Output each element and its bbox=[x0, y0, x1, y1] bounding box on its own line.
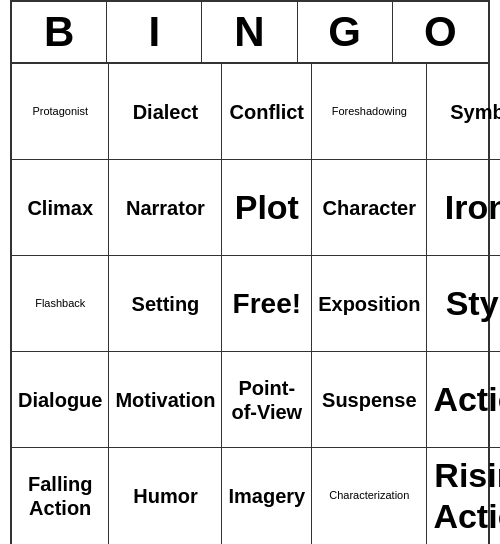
bingo-letter: B bbox=[12, 2, 107, 62]
bingo-cell: Dialogue bbox=[12, 352, 109, 448]
cell-text: Dialogue bbox=[18, 388, 102, 412]
bingo-letter: N bbox=[202, 2, 297, 62]
cell-text: Characterization bbox=[329, 489, 409, 502]
cell-text: Humor bbox=[133, 484, 197, 508]
bingo-cell: Symbol bbox=[427, 64, 500, 160]
cell-text: Irony bbox=[445, 187, 500, 228]
bingo-cell: Free! bbox=[222, 256, 312, 352]
bingo-cell: Suspense bbox=[312, 352, 427, 448]
bingo-cell: Foreshadowing bbox=[312, 64, 427, 160]
bingo-cell: Point-of-View bbox=[222, 352, 312, 448]
bingo-cell: Character bbox=[312, 160, 427, 256]
bingo-cell: Action bbox=[427, 352, 500, 448]
bingo-cell: Protagonist bbox=[12, 64, 109, 160]
cell-text: Flashback bbox=[35, 297, 85, 310]
bingo-header: BINGO bbox=[12, 2, 488, 64]
cell-text: Conflict bbox=[230, 100, 304, 124]
cell-text: Character bbox=[323, 196, 416, 220]
bingo-cell: Irony bbox=[427, 160, 500, 256]
cell-text: Plot bbox=[235, 187, 299, 228]
cell-text: Style bbox=[446, 283, 500, 324]
cell-text: Exposition bbox=[318, 292, 420, 316]
bingo-grid: ProtagonistDialectConflictForeshadowingS… bbox=[12, 64, 488, 544]
bingo-cell: Rising Action bbox=[427, 448, 500, 544]
cell-text: Climax bbox=[27, 196, 93, 220]
bingo-cell: Climax bbox=[12, 160, 109, 256]
cell-text: Motivation bbox=[115, 388, 215, 412]
bingo-cell: Exposition bbox=[312, 256, 427, 352]
cell-text: Rising Action bbox=[433, 455, 500, 537]
bingo-cell: Narrator bbox=[109, 160, 222, 256]
cell-text: Suspense bbox=[322, 388, 416, 412]
cell-text: Falling Action bbox=[18, 472, 102, 520]
cell-text: Action bbox=[433, 379, 500, 420]
bingo-cell: Setting bbox=[109, 256, 222, 352]
cell-text: Symbol bbox=[450, 100, 500, 124]
bingo-cell: Characterization bbox=[312, 448, 427, 544]
cell-text: Foreshadowing bbox=[332, 105, 407, 118]
bingo-cell: Falling Action bbox=[12, 448, 109, 544]
bingo-cell: Style bbox=[427, 256, 500, 352]
bingo-cell: Motivation bbox=[109, 352, 222, 448]
cell-text: Protagonist bbox=[32, 105, 88, 118]
bingo-letter: I bbox=[107, 2, 202, 62]
bingo-cell: Imagery bbox=[222, 448, 312, 544]
cell-text: Free! bbox=[233, 287, 301, 321]
bingo-cell: Conflict bbox=[222, 64, 312, 160]
bingo-letter: G bbox=[298, 2, 393, 62]
bingo-cell: Plot bbox=[222, 160, 312, 256]
cell-text: Dialect bbox=[133, 100, 199, 124]
bingo-letter: O bbox=[393, 2, 488, 62]
cell-text: Imagery bbox=[228, 484, 305, 508]
bingo-cell: Humor bbox=[109, 448, 222, 544]
bingo-card: BINGO ProtagonistDialectConflictForeshad… bbox=[10, 0, 490, 544]
cell-text: Point-of-View bbox=[228, 376, 305, 424]
bingo-cell: Flashback bbox=[12, 256, 109, 352]
cell-text: Narrator bbox=[126, 196, 205, 220]
bingo-cell: Dialect bbox=[109, 64, 222, 160]
cell-text: Setting bbox=[132, 292, 200, 316]
